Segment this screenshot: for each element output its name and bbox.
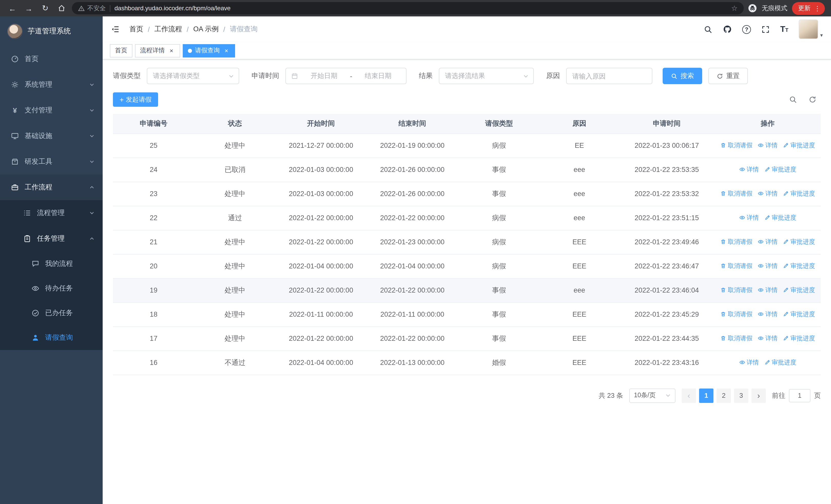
- browser-forward-icon[interactable]: →: [23, 2, 35, 14]
- progress-link[interactable]: 审批进度: [783, 141, 815, 150]
- date-range-picker[interactable]: 开始日期 - 结束日期: [285, 68, 406, 84]
- breadcrumb: 首页 / 工作流程 / OA 示例 / 请假查询: [130, 25, 258, 34]
- bookmark-star-icon[interactable]: ☆: [731, 4, 738, 12]
- main-panel: 首页 / 工作流程 / OA 示例 / 请假查询 ? TT ▾: [103, 17, 831, 504]
- progress-link[interactable]: 审批进度: [783, 262, 815, 270]
- page-button-3[interactable]: 3: [734, 388, 748, 403]
- security-status[interactable]: 不安全: [78, 4, 106, 12]
- browser-reload-icon[interactable]: ↻: [39, 2, 51, 14]
- detail-link[interactable]: 详情: [757, 334, 778, 343]
- detail-link[interactable]: 详情: [757, 310, 778, 319]
- detail-link[interactable]: 详情: [757, 141, 778, 150]
- cell-status: 不通过: [194, 351, 276, 375]
- leave-type-select[interactable]: 请选择请假类型: [147, 68, 239, 84]
- table-refresh-icon[interactable]: [808, 95, 816, 104]
- cancel-link[interactable]: 取消请假: [720, 286, 752, 295]
- tags-view-tab[interactable]: 流程详情×: [135, 44, 180, 57]
- sidebar-item-payment[interactable]: ¥ 支付管理: [0, 97, 103, 123]
- browser-back-icon[interactable]: ←: [6, 2, 19, 14]
- top-header: 首页 / 工作流程 / OA 示例 / 请假查询 ? TT ▾: [103, 17, 831, 42]
- sidebar-item-my-process[interactable]: 我的流程: [0, 251, 103, 276]
- fullscreen-icon[interactable]: [761, 25, 770, 34]
- detail-link[interactable]: 详情: [739, 165, 759, 174]
- clipboard-icon: [23, 235, 32, 243]
- cancel-link[interactable]: 取消请假: [720, 262, 752, 270]
- cell-actions: 取消请假详情审批进度: [715, 302, 821, 326]
- reason-label: 原因: [546, 71, 560, 81]
- help-icon[interactable]: ?: [742, 25, 751, 34]
- cell-actions: 详情审批进度: [715, 351, 821, 375]
- breadcrumb-workflow[interactable]: 工作流程: [154, 25, 182, 34]
- update-button[interactable]: 更新 ⋮: [792, 2, 825, 14]
- close-icon[interactable]: ×: [223, 47, 230, 54]
- chevron-down-icon: [665, 393, 671, 398]
- progress-link[interactable]: 审批进度: [783, 286, 815, 295]
- cancel-link[interactable]: 取消请假: [720, 310, 752, 319]
- reset-button[interactable]: 重置: [708, 68, 748, 84]
- page-button-1[interactable]: 1: [699, 388, 713, 403]
- progress-link[interactable]: 审批进度: [764, 165, 796, 174]
- cancel-link[interactable]: 取消请假: [720, 141, 752, 150]
- next-page-button[interactable]: ›: [751, 388, 766, 403]
- calendar-icon: [291, 72, 298, 80]
- detail-link[interactable]: 详情: [757, 286, 778, 295]
- tags-view-tab[interactable]: 请假查询×: [183, 44, 235, 57]
- detail-link[interactable]: 详情: [739, 358, 759, 367]
- cell-id: 22: [113, 206, 194, 230]
- progress-link[interactable]: 审批进度: [783, 334, 815, 343]
- result-select[interactable]: 请选择流结果: [439, 68, 534, 84]
- sidebar-item-home[interactable]: 首页: [0, 46, 103, 72]
- detail-link[interactable]: 详情: [757, 262, 778, 270]
- page-size-select[interactable]: 10条/页: [629, 388, 676, 403]
- tags-view-tab[interactable]: 首页: [110, 44, 133, 57]
- cancel-link[interactable]: 取消请假: [720, 238, 752, 246]
- search-icon[interactable]: [704, 25, 712, 34]
- cell-reason: EEE: [540, 326, 619, 351]
- page-button-2[interactable]: 2: [717, 388, 731, 403]
- address-bar[interactable]: 不安全 dashboard.yudao.iocoder.cn/bpm/oa/le…: [72, 2, 744, 14]
- goto-page-input[interactable]: [789, 389, 810, 402]
- detail-link[interactable]: 详情: [757, 238, 778, 246]
- sidebar-item-devtools[interactable]: 研发工具: [0, 149, 103, 175]
- chevron-down-icon: [89, 108, 94, 113]
- cell-type: 病假: [458, 230, 540, 254]
- menu-dots-icon[interactable]: ⋮: [814, 5, 821, 11]
- sidebar-item-system[interactable]: 系统管理: [0, 72, 103, 97]
- sidebar-fold-icon[interactable]: [111, 25, 120, 34]
- plus-icon: +: [120, 96, 124, 103]
- breadcrumb-home[interactable]: 首页: [130, 25, 143, 34]
- sidebar-item-done-tasks[interactable]: 已办任务: [0, 301, 103, 325]
- progress-link[interactable]: 审批进度: [783, 238, 815, 246]
- sidebar-item-process-mgmt[interactable]: 流程管理: [0, 200, 103, 226]
- progress-link[interactable]: 审批进度: [783, 189, 815, 198]
- search-button[interactable]: 搜索: [663, 68, 702, 84]
- sidebar-item-workflow[interactable]: 工作流程: [0, 175, 103, 200]
- progress-link[interactable]: 审批进度: [764, 358, 796, 367]
- sidebar-item-task-mgmt[interactable]: 任务管理: [0, 226, 103, 251]
- progress-link[interactable]: 审批进度: [783, 310, 815, 319]
- cancel-link[interactable]: 取消请假: [720, 189, 752, 198]
- detail-link[interactable]: 详情: [739, 213, 759, 222]
- progress-link[interactable]: 审批进度: [764, 213, 796, 222]
- sidebar-item-infra[interactable]: 基础设施: [0, 123, 103, 149]
- sidebar-item-todo-tasks[interactable]: 待办任务: [0, 276, 103, 301]
- cell-apply: 2022-01-22 23:46:04: [619, 278, 715, 302]
- cancel-link[interactable]: 取消请假: [720, 334, 752, 343]
- create-leave-button[interactable]: + 发起请假: [113, 92, 158, 107]
- breadcrumb-oa[interactable]: OA 示例: [193, 25, 219, 34]
- cell-start: 2022-01-22 00:00:00: [276, 206, 366, 230]
- user-menu[interactable]: ▾: [799, 20, 823, 39]
- close-icon[interactable]: ×: [168, 47, 175, 54]
- table-search-icon[interactable]: [789, 95, 797, 104]
- sidebar-item-leave-query[interactable]: 请假查询: [0, 325, 103, 350]
- prev-page-button[interactable]: ‹: [682, 388, 696, 403]
- briefcase-icon: [10, 183, 20, 191]
- cell-actions: 详情审批进度: [715, 157, 821, 182]
- github-icon[interactable]: [723, 25, 732, 34]
- detail-link[interactable]: 详情: [757, 189, 778, 198]
- reason-input[interactable]: [566, 68, 652, 84]
- browser-home-icon[interactable]: [55, 2, 68, 14]
- cell-status: 处理中: [194, 182, 276, 206]
- avatar[interactable]: [799, 20, 818, 39]
- font-size-icon[interactable]: TT: [780, 25, 789, 33]
